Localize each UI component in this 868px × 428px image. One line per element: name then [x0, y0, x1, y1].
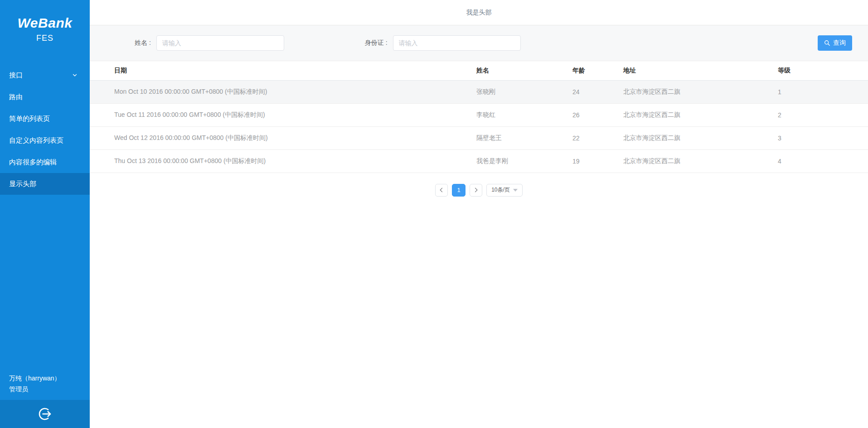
- pagination: 1 10条/页: [90, 184, 868, 197]
- cell-age: 22: [572, 126, 623, 149]
- logo: WeBank FES: [0, 0, 90, 54]
- cell-name: 我爸是李刚: [476, 149, 572, 173]
- cell-age: 24: [572, 80, 623, 103]
- sidebar-item-rich-edit[interactable]: 内容很多的编辑: [0, 151, 90, 173]
- cell-level: 3: [778, 126, 868, 149]
- name-input[interactable]: [156, 35, 284, 51]
- prev-page-button[interactable]: [435, 184, 448, 197]
- table-row[interactable]: Mon Oct 10 2016 00:00:00 GMT+0800 (中国标准时…: [90, 80, 868, 103]
- sidebar-item-show-header[interactable]: 显示头部: [0, 173, 90, 195]
- search-icon: [824, 40, 830, 46]
- chevron-down-icon: [72, 72, 78, 78]
- sidebar: WeBank FES 接口 路由 简单的列表页 自定义内容列表页 内容很多的编辑…: [0, 0, 90, 428]
- cell-date: Wed Oct 12 2016 00:00:00 GMT+0800 (中国标准时…: [90, 126, 476, 149]
- page-title: 我是头部: [466, 9, 492, 17]
- page-header: 我是头部: [90, 0, 868, 25]
- cell-level: 1: [778, 80, 868, 103]
- sidebar-item-label: 内容很多的编辑: [9, 158, 57, 167]
- brand-subtitle: FES: [0, 34, 90, 43]
- sidebar-item-simple-list[interactable]: 简单的列表页: [0, 108, 90, 130]
- cell-age: 26: [572, 103, 623, 126]
- user-name: 万纯（harrywan）: [9, 373, 81, 384]
- sidebar-item-label: 路由: [9, 93, 23, 101]
- table-row[interactable]: Wed Oct 12 2016 00:00:00 GMT+0800 (中国标准时…: [90, 126, 868, 149]
- next-page-button[interactable]: [470, 184, 482, 197]
- id-label: 身份证 :: [365, 39, 388, 47]
- cell-date: Tue Oct 11 2016 00:00:00 GMT+0800 (中国标准时…: [90, 103, 476, 126]
- column-header-name: 姓名: [476, 61, 572, 80]
- cell-date: Mon Oct 10 2016 00:00:00 GMT+0800 (中国标准时…: [90, 80, 476, 103]
- table-row[interactable]: Thu Oct 13 2016 00:00:00 GMT+0800 (中国标准时…: [90, 149, 868, 173]
- cell-name: 李晓红: [476, 103, 572, 126]
- column-header-age: 年龄: [572, 61, 623, 80]
- page-number-button[interactable]: 1: [452, 184, 466, 197]
- cell-address: 北京市海淀区西二旗: [623, 149, 778, 173]
- main-content: 我是头部 姓名 : 身份证 : 查询 日期 姓名 年龄: [90, 0, 868, 428]
- logout-button[interactable]: [37, 406, 53, 422]
- sidebar-item-interface[interactable]: 接口: [0, 64, 90, 86]
- sidebar-item-label: 自定义内容列表页: [9, 136, 63, 145]
- table-row[interactable]: Tue Oct 11 2016 00:00:00 GMT+0800 (中国标准时…: [90, 103, 868, 126]
- sidebar-item-label: 简单的列表页: [9, 115, 50, 123]
- cell-name: 隔壁老王: [476, 126, 572, 149]
- column-header-level: 等级: [778, 61, 868, 80]
- app-root: WeBank FES 接口 路由 简单的列表页 自定义内容列表页 内容很多的编辑…: [0, 0, 868, 428]
- name-label: 姓名 :: [135, 39, 151, 47]
- cell-address: 北京市海淀区西二旗: [623, 103, 778, 126]
- column-header-address: 地址: [623, 61, 778, 80]
- cell-level: 4: [778, 149, 868, 173]
- caret-down-icon: [513, 189, 518, 192]
- query-button[interactable]: 查询: [818, 35, 852, 51]
- table-header-row: 日期 姓名 年龄 地址 等级: [90, 61, 868, 80]
- cell-age: 19: [572, 149, 623, 173]
- cell-address: 北京市海淀区西二旗: [623, 80, 778, 103]
- logout-icon: [37, 406, 53, 422]
- sidebar-menu: 接口 路由 简单的列表页 自定义内容列表页 内容很多的编辑 显示头部: [0, 54, 90, 195]
- page-size-select[interactable]: 10条/页: [486, 184, 523, 197]
- search-bar: 姓名 : 身份证 : 查询: [90, 25, 868, 61]
- sidebar-item-custom-list[interactable]: 自定义内容列表页: [0, 130, 90, 151]
- query-button-label: 查询: [833, 39, 846, 47]
- chevron-right-icon: [473, 188, 478, 192]
- user-info: 万纯（harrywan） 管理员: [0, 373, 90, 400]
- cell-address: 北京市海淀区西二旗: [623, 126, 778, 149]
- cell-level: 2: [778, 103, 868, 126]
- page-size-label: 10条/页: [491, 186, 510, 194]
- column-header-date: 日期: [90, 61, 476, 80]
- data-table: 日期 姓名 年龄 地址 等级 Mon Oct 10 2016 00:00:00 …: [90, 61, 868, 173]
- brand-wordmark: WeBank: [0, 15, 90, 31]
- cell-name: 张晓刚: [476, 80, 572, 103]
- sidebar-item-label: 接口: [9, 71, 23, 80]
- sidebar-item-label: 显示头部: [9, 180, 36, 188]
- id-input[interactable]: [393, 35, 521, 51]
- sidebar-footer: [0, 400, 90, 428]
- sidebar-item-route[interactable]: 路由: [0, 86, 90, 108]
- cell-date: Thu Oct 13 2016 00:00:00 GMT+0800 (中国标准时…: [90, 149, 476, 173]
- user-role: 管理员: [9, 384, 81, 394]
- chevron-left-icon: [440, 188, 445, 192]
